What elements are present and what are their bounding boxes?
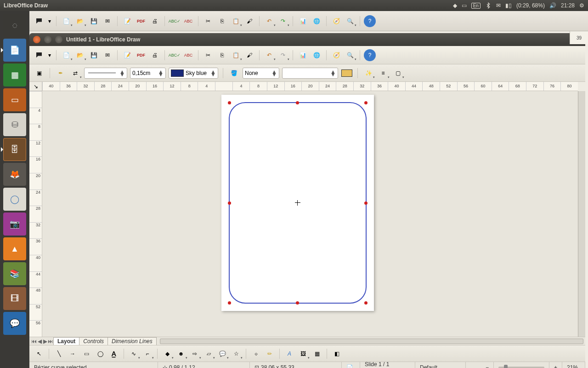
fontwork-icon[interactable]: A bbox=[283, 348, 295, 360]
horizontal-scrollbar[interactable] bbox=[160, 339, 583, 344]
chat-dropdown-icon[interactable]: ▾ bbox=[47, 15, 52, 27]
text-tool-icon[interactable]: A̲ bbox=[108, 348, 120, 360]
libreoffice-impress-icon[interactable]: ▭ bbox=[3, 88, 26, 111]
selection-handle[interactable] bbox=[364, 301, 368, 305]
line-style-combo[interactable]: ▲▼ bbox=[84, 68, 127, 79]
screenshot-icon[interactable]: 📷 bbox=[3, 213, 26, 236]
selection-handle[interactable] bbox=[228, 301, 231, 305]
curve-tool-icon[interactable]: ∿ bbox=[128, 348, 140, 360]
zoom-out-icon[interactable]: − bbox=[481, 362, 494, 368]
spellcheck-icon[interactable]: ABC✓ bbox=[169, 15, 181, 27]
print-icon[interactable]: 🖨 bbox=[149, 15, 161, 27]
chromium-icon[interactable]: ◯ bbox=[3, 188, 26, 211]
hyperlink-icon[interactable]: 🌐 bbox=[311, 49, 322, 61]
spellcheck-icon[interactable]: ABC✓ bbox=[169, 49, 181, 61]
help-icon[interactable]: ? bbox=[364, 49, 376, 61]
from-file-icon[interactable]: 🖼 bbox=[297, 348, 309, 360]
arrow-style-icon[interactable]: ⇄ bbox=[69, 67, 81, 79]
vertical-scrollbar[interactable] bbox=[578, 91, 585, 337]
bluetooth-icon[interactable] bbox=[485, 2, 492, 9]
email-icon[interactable]: ✉ bbox=[102, 49, 113, 61]
edit-icon[interactable]: 📝 bbox=[121, 15, 133, 27]
zoom-in-icon[interactable]: + bbox=[549, 362, 562, 368]
save-icon[interactable]: 💾 bbox=[88, 15, 100, 27]
select-tool-icon[interactable]: ↖ bbox=[33, 348, 45, 360]
first-tab-icon[interactable]: ⏮ bbox=[31, 338, 37, 345]
effects-icon[interactable]: ✨ bbox=[362, 67, 374, 79]
area-fill-icon[interactable]: 🪣 bbox=[228, 67, 240, 79]
fill-style-combo[interactable]: None ▲▼ bbox=[243, 68, 279, 79]
drawing-viewport[interactable] bbox=[42, 91, 578, 337]
dropbox-icon[interactable]: ◆ bbox=[453, 2, 457, 9]
navigator-icon[interactable]: 🧭 bbox=[330, 49, 342, 61]
open-doc-icon[interactable]: 📂 bbox=[74, 49, 86, 61]
paste-icon[interactable]: 📋 bbox=[230, 49, 242, 61]
navigator-icon[interactable]: 🧭 bbox=[330, 15, 342, 27]
hyperlink-icon[interactable]: 🌐 bbox=[311, 15, 322, 27]
libreoffice-calc-icon[interactable]: ▦ bbox=[3, 63, 26, 86]
window-maximize-button[interactable] bbox=[55, 36, 62, 43]
window-minimize-button[interactable] bbox=[44, 36, 51, 43]
disk-icon[interactable]: ⛁ bbox=[3, 113, 26, 136]
align-icon[interactable]: ≡ bbox=[377, 67, 389, 79]
new-doc-icon[interactable]: 📄 bbox=[60, 15, 72, 27]
volume-icon[interactable]: 🔊 bbox=[549, 2, 556, 9]
chat-dropdown-icon[interactable]: ▾ bbox=[47, 49, 52, 61]
open-doc-icon[interactable]: 📂 bbox=[74, 15, 86, 27]
next-tab-icon[interactable]: ▶ bbox=[42, 338, 48, 345]
copy-icon[interactable]: ⎘ bbox=[216, 49, 228, 61]
cut-icon[interactable]: ✂ bbox=[202, 49, 214, 61]
paste-icon[interactable]: 📋 bbox=[230, 15, 242, 27]
glue-points-icon[interactable]: ✏ bbox=[264, 348, 276, 360]
vertical-ruler[interactable]: 48121620242832364044485256 bbox=[29, 91, 42, 337]
ruler-corner[interactable]: ↘ bbox=[29, 82, 42, 91]
dash-icon[interactable]: ◌ bbox=[3, 14, 26, 37]
symbol-shapes-icon[interactable]: ☻ bbox=[175, 348, 187, 360]
format-paintbrush-icon[interactable]: 🖌 bbox=[243, 15, 255, 27]
display-icon[interactable]: ▭ bbox=[462, 2, 467, 9]
save-icon[interactable]: 💾 bbox=[88, 49, 100, 61]
line-color-combo[interactable]: Sky blue ▲▼ bbox=[169, 68, 218, 79]
keyboard-indicator[interactable]: En bbox=[471, 3, 481, 9]
rotation-center-icon[interactable] bbox=[295, 200, 300, 206]
status-style[interactable]: Default bbox=[415, 362, 466, 368]
chat-icon[interactable]: 💬 bbox=[3, 312, 26, 335]
video-editor-icon[interactable]: 🎞 bbox=[3, 287, 26, 310]
edit-points-tool-icon[interactable]: ⟐ bbox=[250, 348, 262, 360]
copy-icon[interactable]: ⎘ bbox=[216, 15, 228, 27]
autospell-icon[interactable]: ABC bbox=[182, 15, 194, 27]
new-doc-icon[interactable]: 📄 bbox=[60, 49, 72, 61]
star-icon[interactable]: ☆ bbox=[230, 348, 242, 360]
block-arrows-icon[interactable]: ⇨ bbox=[189, 348, 201, 360]
edit-points-icon[interactable]: ▣ bbox=[33, 67, 45, 79]
extrusion-icon[interactable]: ◧ bbox=[331, 348, 343, 360]
email-icon[interactable]: ✉ bbox=[102, 15, 113, 27]
export-pdf-icon[interactable]: PDF bbox=[135, 15, 147, 27]
chat-bubble-icon[interactable] bbox=[33, 49, 45, 61]
messages-icon[interactable]: ✉ bbox=[496, 2, 501, 9]
arrange-icon[interactable]: ▢ bbox=[392, 67, 404, 79]
vlc-icon[interactable]: ▲ bbox=[3, 237, 26, 260]
redo-icon[interactable]: ↷ bbox=[277, 49, 289, 61]
books-icon[interactable]: 📚 bbox=[3, 262, 26, 285]
print-icon[interactable]: 🖨 bbox=[149, 49, 161, 61]
selection-handle[interactable] bbox=[364, 101, 368, 104]
settings-gear-icon[interactable]: ⚙ bbox=[579, 2, 584, 9]
files-icon[interactable]: 🗄 bbox=[3, 138, 26, 161]
clock[interactable]: 21:28 bbox=[561, 2, 575, 9]
line-end-start-icon[interactable]: ✒ bbox=[55, 67, 67, 79]
shadow-icon[interactable] bbox=[341, 67, 353, 79]
selection-handle[interactable] bbox=[228, 201, 231, 205]
arrow-tool-icon[interactable]: → bbox=[67, 348, 79, 360]
undo-icon[interactable]: ↶ bbox=[263, 49, 275, 61]
horizontal-ruler[interactable]: 4036322824201612844812162024283236404448… bbox=[42, 82, 578, 91]
redo-icon[interactable]: ↷ bbox=[277, 15, 289, 27]
window-titlebar[interactable]: Untitled 1 - LibreOffice Draw bbox=[29, 33, 585, 46]
tab-layout[interactable]: Layout bbox=[53, 337, 79, 345]
chart-icon[interactable]: 📊 bbox=[297, 49, 309, 61]
selection-handle[interactable] bbox=[296, 101, 299, 104]
zoom-icon[interactable]: 🔍 bbox=[344, 15, 356, 27]
zoom-value[interactable]: 21% bbox=[562, 362, 585, 368]
autospell-icon[interactable]: ABC bbox=[182, 49, 194, 61]
chat-bubble-icon[interactable] bbox=[33, 15, 45, 27]
